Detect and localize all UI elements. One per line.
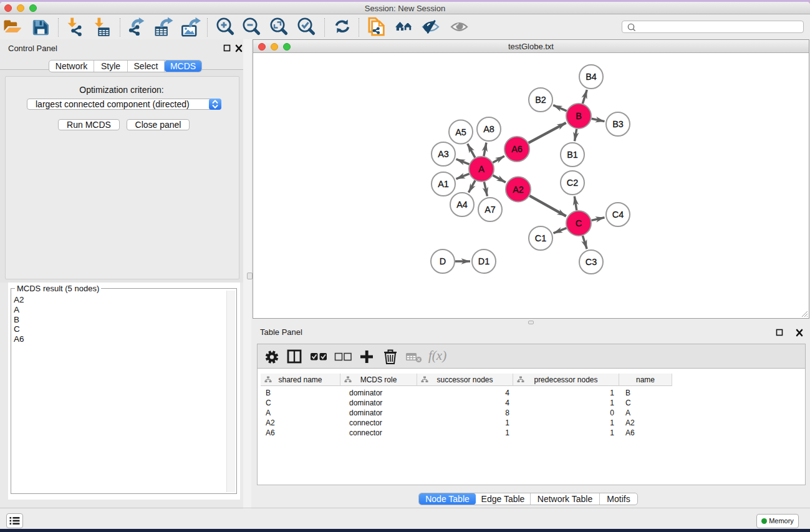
svg-text:C4: C4 xyxy=(612,210,624,220)
svg-text:B1: B1 xyxy=(567,150,578,160)
svg-text:C1: C1 xyxy=(535,233,546,243)
svg-text:C2: C2 xyxy=(567,178,578,188)
svg-text:A6: A6 xyxy=(511,144,523,154)
svg-text:A4: A4 xyxy=(456,200,468,210)
svg-text:B: B xyxy=(576,111,582,121)
svg-text:A8: A8 xyxy=(483,124,494,134)
svg-text:C: C xyxy=(576,218,582,228)
svg-text:A3: A3 xyxy=(438,149,449,159)
svg-text:A1: A1 xyxy=(438,179,449,189)
svg-text:A2: A2 xyxy=(513,185,524,195)
svg-text:A: A xyxy=(478,164,485,174)
svg-text:B3: B3 xyxy=(612,119,624,129)
svg-text:A5: A5 xyxy=(455,127,466,137)
svg-text:D1: D1 xyxy=(478,256,489,266)
svg-text:C3: C3 xyxy=(586,257,597,267)
svg-text:B4: B4 xyxy=(586,72,597,82)
svg-text:A7: A7 xyxy=(485,205,496,215)
svg-text:D: D xyxy=(440,256,446,266)
svg-text:B2: B2 xyxy=(535,95,546,105)
